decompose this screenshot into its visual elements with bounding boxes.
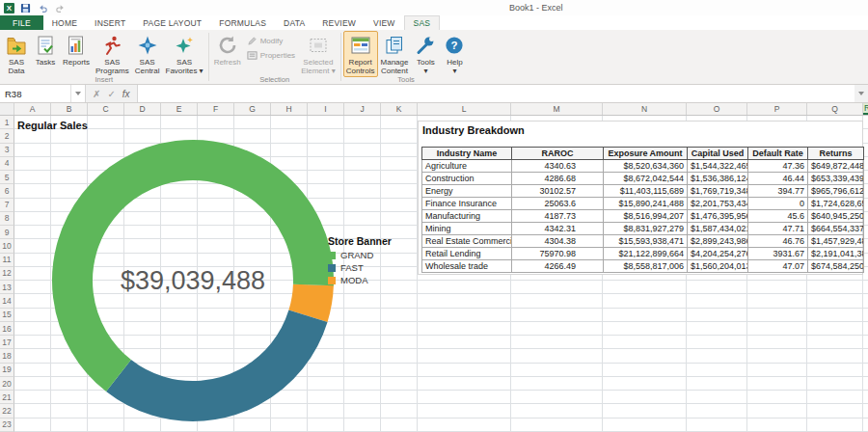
table-cell[interactable]: 4342.31 [512, 223, 604, 235]
table-cell[interactable]: $4,204,254,276 [688, 248, 748, 260]
column-header-J[interactable]: J [344, 103, 381, 115]
insert-function-button[interactable]: fx [122, 89, 130, 99]
selected-element-button[interactable]: Selected Element ▾ [298, 31, 339, 77]
table-cell[interactable]: 45.6 [748, 210, 808, 223]
undo-button[interactable] [37, 2, 49, 14]
table-row[interactable]: Energy30102.57$11,403,115,689$1,769,719,… [422, 185, 864, 198]
ribbon-tab-page-layout[interactable]: PAGE LAYOUT [134, 15, 210, 30]
column-header-I[interactable]: I [308, 103, 344, 115]
table-cell[interactable]: 30102.57 [512, 185, 604, 198]
table-cell[interactable]: $664,554,337 [808, 223, 864, 235]
table-cell[interactable]: $21,122,899,664 [604, 248, 688, 260]
ribbon-tab-insert[interactable]: INSERT [86, 15, 134, 30]
table-cell[interactable]: Finance Insurance [422, 198, 512, 210]
table-cell[interactable]: $8,558,817,006 [604, 260, 688, 273]
table-cell[interactable]: $674,584,250 [808, 260, 864, 273]
table-cell[interactable]: $11,403,115,689 [604, 185, 688, 198]
ribbon-tab-sas[interactable]: SAS [404, 15, 441, 30]
table-cell[interactable]: 75970.98 [512, 248, 604, 260]
table-cell[interactable]: Mining [422, 223, 512, 235]
save-button[interactable] [19, 2, 32, 14]
formula-input[interactable] [138, 85, 854, 102]
table-cell[interactable]: $649,872,448 [808, 160, 864, 173]
column-header-G[interactable]: G [234, 103, 271, 115]
table-cell[interactable]: $653,339,439 [808, 173, 864, 185]
refresh-button[interactable]: Refresh [211, 31, 244, 68]
table-column-header[interactable]: Industry Name [422, 148, 512, 160]
table-row[interactable]: Construction4286.68$8,672,042,544$1,536,… [422, 173, 864, 185]
table-cell[interactable]: 46.76 [748, 235, 808, 248]
table-cell[interactable]: Construction [422, 173, 512, 185]
table-cell[interactable]: Energy [422, 185, 512, 198]
table-row[interactable]: Mining4342.31$8,831,927,279$1,587,434,02… [422, 223, 864, 235]
sas-favorites-button[interactable]: SAS Favorites ▾ [163, 31, 206, 77]
table-cell[interactable]: 47.36 [748, 160, 808, 173]
grid-body[interactable]: Regular Sales $39,039,488 Store Banner G… [0, 116, 868, 432]
column-header-K[interactable]: K [381, 103, 418, 115]
column-header-R[interactable]: R [863, 103, 868, 115]
table-cell[interactable]: $2,899,243,986 [688, 235, 748, 248]
select-all-corner[interactable] [0, 103, 14, 115]
column-header-N[interactable]: N [603, 103, 687, 115]
ribbon-tab-formulas[interactable]: FORMULAS [210, 15, 275, 30]
table-row[interactable]: Wholesale trade4266.49$8,558,817,006$1,5… [422, 260, 864, 273]
table-cell[interactable]: 47.71 [748, 223, 808, 235]
table-column-header[interactable]: Default Rate [748, 148, 808, 160]
column-header-D[interactable]: D [124, 103, 161, 115]
ribbon-tab-data[interactable]: DATA [275, 15, 313, 30]
table-cell[interactable]: $8,516,994,207 [604, 210, 688, 223]
column-header-H[interactable]: H [271, 103, 308, 115]
ribbon-tab-home[interactable]: HOME [43, 15, 86, 30]
table-cell[interactable]: $8,672,042,544 [604, 173, 688, 185]
table-cell[interactable]: 47.07 [748, 260, 808, 273]
modify-button[interactable]: Modify [247, 36, 295, 46]
column-header-Q[interactable]: Q [807, 103, 863, 115]
table-cell[interactable]: $965,796,612 [808, 185, 864, 198]
table-row[interactable]: Agriculture4340.63$8,520,634,360$1,544,3… [422, 160, 864, 173]
redo-button[interactable] [54, 2, 67, 14]
table-cell[interactable]: $1,457,929,484 [808, 235, 864, 248]
table-cell[interactable]: 3931.67 [748, 248, 808, 260]
table-cell[interactable]: $8,520,634,360 [604, 160, 688, 173]
column-header-L[interactable]: L [418, 103, 511, 115]
table-row[interactable]: Finance Insurance25063.6$15,890,241,488$… [422, 198, 864, 210]
table-cell[interactable]: 46.44 [748, 173, 808, 185]
table-cell[interactable]: 394.77 [748, 185, 808, 198]
sas-central-button[interactable]: SAS Central [132, 31, 163, 77]
table-cell[interactable]: Wholesale trade [422, 260, 512, 273]
table-cell[interactable]: 0 [748, 198, 808, 210]
table-cell[interactable]: 4266.49 [512, 260, 604, 273]
column-header-A[interactable]: A [14, 103, 51, 115]
column-header-C[interactable]: C [88, 103, 124, 115]
table-cell[interactable]: $15,593,938,471 [604, 235, 688, 248]
table-cell[interactable]: $1,560,204,013 [688, 260, 748, 273]
enter-button[interactable]: ✓ [107, 89, 115, 99]
table-cell[interactable]: $15,890,241,488 [604, 198, 688, 210]
table-cell[interactable]: $8,831,927,279 [604, 223, 688, 235]
properties-button[interactable]: Properties [247, 50, 295, 61]
table-cell[interactable]: $640,945,250 [808, 210, 864, 223]
table-cell[interactable]: Retail Lending [422, 248, 512, 260]
column-header-B[interactable]: B [51, 103, 88, 115]
table-cell[interactable]: $1,587,434,021 [688, 223, 748, 235]
table-row[interactable]: Retail Lending75970.98$21,122,899,664$4,… [422, 248, 864, 260]
table-cell[interactable]: $1,544,322,465 [688, 160, 748, 173]
table-row[interactable]: Manufacturing4187.73$8,516,994,207$1,476… [422, 210, 864, 223]
ribbon-tab-file[interactable]: FILE [0, 15, 43, 30]
report-controls-button[interactable]: Report Controls [343, 31, 378, 77]
table-column-header[interactable]: Exposure Amount [604, 148, 688, 160]
cancel-button[interactable]: ✗ [93, 89, 100, 99]
column-header-P[interactable]: P [747, 103, 807, 115]
sas-programs-button[interactable]: SAS Programs [93, 31, 132, 77]
table-column-header[interactable]: Returns [808, 148, 864, 160]
table-cell[interactable]: Real Estate Commercial [422, 235, 512, 248]
table-cell[interactable]: $1,536,386,124 [688, 173, 748, 185]
column-header-O[interactable]: O [687, 103, 747, 115]
table-cell[interactable]: 4286.68 [512, 173, 604, 185]
table-cell[interactable]: $1,724,628,658 [808, 198, 864, 210]
table-cell[interactable]: 25063.6 [512, 198, 604, 210]
ribbon-tab-view[interactable]: VIEW [365, 15, 404, 30]
column-header-F[interactable]: F [198, 103, 234, 115]
column-header-E[interactable]: E [161, 103, 198, 115]
manage-content-button[interactable]: Manage Content [378, 31, 412, 77]
